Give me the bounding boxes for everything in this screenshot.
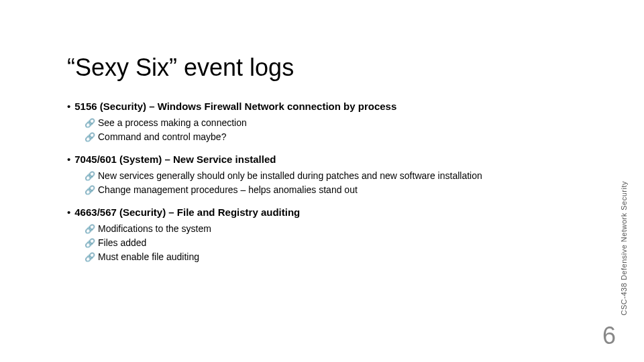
- sub-item: 🔗Command and control maybe?: [85, 130, 577, 144]
- link-icon: 🔗: [85, 239, 95, 247]
- sub-text: Must enable file auditing: [98, 250, 199, 264]
- item-heading: 4663/567 (Security) – File and Registry …: [74, 206, 300, 218]
- link-icon: 🔗: [85, 172, 95, 180]
- item-heading: 5156 (Security) – Windows Firewall Netwo…: [74, 101, 396, 112]
- slide: “Sexy Six” event logs • 5156 (Security) …: [0, 0, 644, 362]
- sub-list: 🔗Modifications to the system 🔗Files adde…: [67, 222, 577, 264]
- sub-list: 🔗See a process making a connection 🔗Comm…: [67, 116, 577, 144]
- bullet-list: • 5156 (Security) – Windows Firewall Net…: [67, 101, 577, 264]
- link-icon: 🔗: [85, 186, 95, 194]
- bullet-dot-icon: •: [67, 206, 70, 218]
- link-icon: 🔗: [85, 225, 95, 233]
- page-number: 6: [602, 322, 616, 350]
- slide-title: “Sexy Six” event logs: [67, 54, 577, 82]
- sub-text: Command and control maybe?: [98, 130, 226, 144]
- sub-text: Modifications to the system: [98, 222, 211, 236]
- item-heading-line: • 7045/601 (System) – New Service instal…: [67, 154, 577, 165]
- sub-item: 🔗New services generally should only be i…: [85, 169, 577, 183]
- sub-item: 🔗Files added: [85, 236, 577, 250]
- sub-item: 🔗Modifications to the system: [85, 222, 577, 236]
- sub-list: 🔗New services generally should only be i…: [67, 169, 577, 197]
- link-icon: 🔗: [85, 253, 95, 261]
- sub-item: 🔗Change management procedures – helps an…: [85, 183, 577, 197]
- bullet-dot-icon: •: [67, 154, 70, 165]
- sub-text: New services generally should only be in…: [98, 169, 482, 183]
- item-heading-line: • 4663/567 (Security) – File and Registr…: [67, 206, 577, 218]
- sub-text: Change management procedures – helps ano…: [98, 183, 358, 197]
- item-heading: 7045/601 (System) – New Service installe…: [74, 154, 276, 165]
- list-item: • 5156 (Security) – Windows Firewall Net…: [67, 101, 577, 144]
- sub-item: 🔗Must enable file auditing: [85, 250, 577, 264]
- sub-text: See a process making a connection: [98, 116, 247, 130]
- sub-item: 🔗See a process making a connection: [85, 116, 577, 130]
- course-label: CSC-438 Defensive Network Security: [620, 181, 628, 315]
- link-icon: 🔗: [85, 119, 95, 127]
- list-item: • 7045/601 (System) – New Service instal…: [67, 154, 577, 197]
- link-icon: 🔗: [85, 133, 95, 141]
- list-item: • 4663/567 (Security) – File and Registr…: [67, 206, 577, 264]
- bullet-dot-icon: •: [67, 101, 70, 112]
- item-heading-line: • 5156 (Security) – Windows Firewall Net…: [67, 101, 577, 112]
- sub-text: Files added: [98, 236, 146, 250]
